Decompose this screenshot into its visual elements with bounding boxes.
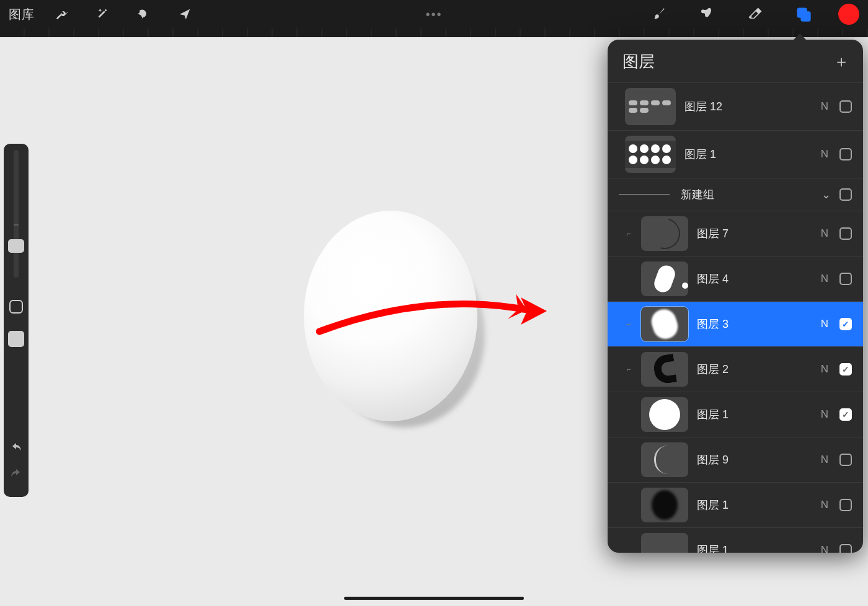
layer-thumbnail[interactable] (641, 261, 688, 296)
layer-name: 图层 7 (697, 226, 810, 241)
brush-icon[interactable] (645, 1, 672, 28)
layer-thumbnail[interactable] (641, 352, 688, 387)
layer-row[interactable]: 图层 1N (608, 482, 863, 527)
eraser-icon[interactable] (742, 1, 769, 28)
layer-thumbnail[interactable] (641, 397, 688, 432)
wand-icon[interactable] (89, 1, 117, 28)
visibility-checkbox[interactable] (839, 318, 852, 330)
smudge-icon[interactable] (693, 1, 720, 28)
home-indicator (344, 597, 524, 600)
layer-thumbnail[interactable] (641, 488, 688, 522)
visibility-checkbox[interactable] (839, 100, 852, 113)
redo-icon[interactable] (9, 468, 24, 483)
clip-indicator-icon: ⌐ (625, 320, 632, 328)
layer-row[interactable]: 图层 1N (608, 130, 863, 178)
blend-mode-indicator[interactable]: N (818, 148, 831, 160)
visibility-checkbox[interactable] (839, 273, 852, 285)
clip-indicator-icon: ⌐ (625, 365, 632, 374)
blend-mode-indicator[interactable]: N (818, 100, 831, 113)
visibility-checkbox[interactable] (839, 454, 852, 466)
modify-button[interactable] (9, 300, 23, 314)
top-toolbar: 图库 ••• (0, 0, 868, 29)
blend-mode-indicator[interactable]: N (818, 318, 831, 330)
color-swatch[interactable] (838, 4, 859, 25)
blend-mode-indicator[interactable]: N (818, 454, 831, 466)
layer-row[interactable]: 图层 9N (608, 437, 863, 482)
svg-rect-1 (800, 11, 810, 21)
layer-row[interactable]: 图层 12N (608, 82, 863, 130)
layer-row[interactable]: ⌐图层 3N (608, 301, 863, 346)
panel-pointer (792, 33, 807, 41)
layer-row[interactable]: ⌐图层 2N (608, 346, 863, 392)
left-sidebar (4, 144, 29, 497)
wrench-icon[interactable] (48, 1, 76, 28)
visibility-checkbox[interactable] (839, 227, 852, 240)
opacity-slider[interactable] (8, 331, 24, 442)
blend-mode-indicator[interactable]: N (818, 544, 831, 553)
layer-thumbnail[interactable] (625, 88, 676, 125)
layer-thumbnail[interactable] (641, 216, 688, 251)
layer-name: 图层 2 (697, 362, 810, 377)
clip-indicator-icon: ⌐ (625, 229, 632, 238)
layer-thumbnail[interactable] (641, 442, 688, 477)
chevron-down-icon[interactable]: ⌄ (822, 188, 831, 201)
visibility-checkbox[interactable] (839, 499, 852, 511)
layers-icon[interactable] (790, 1, 817, 28)
blend-mode-indicator[interactable]: N (818, 408, 831, 421)
layer-thumbnail[interactable] (641, 307, 688, 341)
selection-icon[interactable] (130, 1, 157, 28)
layer-row[interactable]: 图层 1N (608, 392, 863, 437)
layer-row[interactable]: 图层 1N (608, 527, 863, 553)
panel-title: 图层 (622, 51, 655, 72)
layer-name: 图层 12 (684, 99, 810, 114)
undo-icon[interactable] (9, 442, 24, 457)
layer-name: 图层 4 (697, 271, 810, 286)
brush-size-slider[interactable] (14, 150, 19, 278)
layer-thumbnail[interactable] (625, 136, 676, 173)
layer-group-row[interactable]: 新建组⌄ (608, 178, 863, 211)
layer-name: 图层 9 (697, 452, 810, 467)
blend-mode-indicator[interactable]: N (818, 363, 831, 375)
layers-panel: 图层 ＋ 图层 12N图层 1N新建组⌄⌐图层 7N图层 4N⌐图层 3N⌐图层… (608, 40, 863, 553)
visibility-checkbox[interactable] (839, 188, 852, 201)
drag-handle-icon[interactable]: ••• (425, 7, 442, 22)
canvas-artwork (304, 211, 490, 424)
blend-mode-indicator[interactable]: N (818, 273, 831, 285)
add-layer-button[interactable]: ＋ (833, 51, 849, 72)
group-name: 新建组 (681, 187, 813, 202)
group-line (619, 194, 670, 195)
layer-name: 图层 1 (697, 407, 810, 422)
layer-name: 图层 3 (697, 317, 810, 332)
blend-mode-indicator[interactable]: N (818, 227, 831, 240)
visibility-checkbox[interactable] (839, 408, 852, 421)
visibility-checkbox[interactable] (839, 544, 852, 553)
visibility-checkbox[interactable] (839, 363, 852, 375)
layer-name: 图层 1 (697, 543, 810, 553)
ruler (0, 29, 868, 37)
move-icon[interactable] (171, 1, 198, 28)
blend-mode-indicator[interactable]: N (818, 499, 831, 511)
layer-row[interactable]: 图层 4N (608, 256, 863, 301)
layer-row[interactable]: ⌐图层 7N (608, 211, 863, 256)
layer-name: 图层 1 (684, 147, 810, 162)
visibility-checkbox[interactable] (839, 148, 852, 160)
layer-thumbnail[interactable] (641, 533, 688, 553)
gallery-button[interactable]: 图库 (9, 6, 35, 23)
layer-name: 图层 1 (697, 498, 810, 512)
